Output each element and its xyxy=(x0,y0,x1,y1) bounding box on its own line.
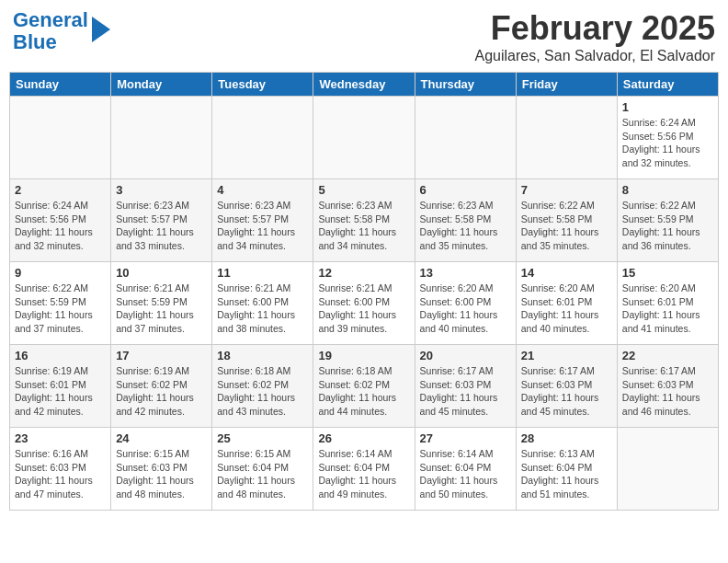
day-info: Sunrise: 6:23 AM Sunset: 5:58 PM Dayligh… xyxy=(420,199,511,253)
day-number: 18 xyxy=(217,349,308,362)
day-info: Sunrise: 6:21 AM Sunset: 6:00 PM Dayligh… xyxy=(217,282,308,336)
day-info: Sunrise: 6:19 AM Sunset: 6:02 PM Dayligh… xyxy=(116,364,207,419)
day-number: 22 xyxy=(622,349,713,362)
calendar-cell xyxy=(313,97,415,179)
day-info: Sunrise: 6:22 AM Sunset: 5:59 PM Dayligh… xyxy=(622,199,713,253)
day-number: 3 xyxy=(116,183,207,197)
day-info: Sunrise: 6:17 AM Sunset: 6:03 PM Dayligh… xyxy=(420,364,511,419)
month-title: February 2025 xyxy=(475,9,715,48)
calendar-cell: 7Sunrise: 6:22 AM Sunset: 5:58 PM Daylig… xyxy=(516,179,617,262)
calendar-cell: 27Sunrise: 6:14 AM Sunset: 6:04 PM Dayli… xyxy=(415,428,516,511)
day-info: Sunrise: 6:14 AM Sunset: 6:04 PM Dayligh… xyxy=(420,447,511,501)
page-header: GeneralBlue February 2025 Aguilares, San… xyxy=(9,9,719,64)
calendar-cell: 5Sunrise: 6:23 AM Sunset: 5:58 PM Daylig… xyxy=(313,179,415,262)
calendar-cell: 9Sunrise: 6:22 AM Sunset: 5:59 PM Daylig… xyxy=(10,262,111,345)
day-number: 25 xyxy=(217,431,308,445)
calendar-cell xyxy=(111,97,212,179)
day-info: Sunrise: 6:24 AM Sunset: 5:56 PM Dayligh… xyxy=(622,116,713,170)
calendar-cell: 22Sunrise: 6:17 AM Sunset: 6:03 PM Dayli… xyxy=(617,345,718,428)
calendar-cell: 20Sunrise: 6:17 AM Sunset: 6:03 PM Dayli… xyxy=(415,345,516,428)
calendar-cell: 11Sunrise: 6:21 AM Sunset: 6:00 PM Dayli… xyxy=(212,262,313,345)
day-number: 27 xyxy=(420,431,511,445)
day-number: 10 xyxy=(116,266,207,280)
day-number: 20 xyxy=(420,349,511,362)
day-number: 9 xyxy=(15,266,106,280)
day-number: 26 xyxy=(318,431,409,445)
logo-arrow-icon xyxy=(92,17,110,42)
day-header-saturday: Saturday xyxy=(617,73,718,97)
day-info: Sunrise: 6:20 AM Sunset: 6:01 PM Dayligh… xyxy=(521,282,612,336)
day-info: Sunrise: 6:22 AM Sunset: 5:59 PM Dayligh… xyxy=(15,282,106,336)
calendar-cell: 25Sunrise: 6:15 AM Sunset: 6:04 PM Dayli… xyxy=(212,428,313,511)
day-number: 15 xyxy=(622,266,713,280)
day-header-wednesday: Wednesday xyxy=(313,73,415,97)
day-number: 16 xyxy=(15,349,106,362)
day-header-monday: Monday xyxy=(111,73,212,97)
calendar-cell: 6Sunrise: 6:23 AM Sunset: 5:58 PM Daylig… xyxy=(415,179,516,262)
calendar-cell xyxy=(516,97,617,179)
day-number: 28 xyxy=(521,431,612,445)
calendar-cell: 26Sunrise: 6:14 AM Sunset: 6:04 PM Dayli… xyxy=(313,428,415,511)
calendar-cell: 15Sunrise: 6:20 AM Sunset: 6:01 PM Dayli… xyxy=(617,262,718,345)
day-number: 2 xyxy=(15,183,106,197)
calendar-cell: 18Sunrise: 6:18 AM Sunset: 6:02 PM Dayli… xyxy=(212,345,313,428)
day-number: 5 xyxy=(318,183,409,197)
calendar-cell: 28Sunrise: 6:13 AM Sunset: 6:04 PM Dayli… xyxy=(516,428,617,511)
logo: GeneralBlue xyxy=(13,9,110,53)
day-info: Sunrise: 6:20 AM Sunset: 6:01 PM Dayligh… xyxy=(622,282,713,336)
calendar-cell xyxy=(212,97,313,179)
calendar-cell: 13Sunrise: 6:20 AM Sunset: 6:00 PM Dayli… xyxy=(415,262,516,345)
day-info: Sunrise: 6:18 AM Sunset: 6:02 PM Dayligh… xyxy=(217,364,308,419)
day-info: Sunrise: 6:21 AM Sunset: 6:00 PM Dayligh… xyxy=(318,282,409,336)
day-header-tuesday: Tuesday xyxy=(212,73,313,97)
day-number: 24 xyxy=(116,431,207,445)
calendar-cell xyxy=(617,428,718,511)
calendar-cell: 17Sunrise: 6:19 AM Sunset: 6:02 PM Dayli… xyxy=(111,345,212,428)
day-number: 19 xyxy=(318,349,409,362)
day-number: 14 xyxy=(521,266,612,280)
day-number: 17 xyxy=(116,349,207,362)
calendar-cell: 24Sunrise: 6:15 AM Sunset: 6:03 PM Dayli… xyxy=(111,428,212,511)
day-number: 4 xyxy=(217,183,308,197)
calendar-cell: 3Sunrise: 6:23 AM Sunset: 5:57 PM Daylig… xyxy=(111,179,212,262)
day-number: 8 xyxy=(622,183,713,197)
calendar-cell: 2Sunrise: 6:24 AM Sunset: 5:56 PM Daylig… xyxy=(10,179,111,262)
day-info: Sunrise: 6:19 AM Sunset: 6:01 PM Dayligh… xyxy=(15,364,106,419)
calendar-cell: 4Sunrise: 6:23 AM Sunset: 5:57 PM Daylig… xyxy=(212,179,313,262)
day-info: Sunrise: 6:15 AM Sunset: 6:04 PM Dayligh… xyxy=(217,447,308,501)
calendar-week-2: 2Sunrise: 6:24 AM Sunset: 5:56 PM Daylig… xyxy=(10,179,719,262)
day-info: Sunrise: 6:20 AM Sunset: 6:00 PM Dayligh… xyxy=(420,282,511,336)
day-info: Sunrise: 6:15 AM Sunset: 6:03 PM Dayligh… xyxy=(116,447,207,501)
calendar-cell: 8Sunrise: 6:22 AM Sunset: 5:59 PM Daylig… xyxy=(617,179,718,262)
calendar-header-row: SundayMondayTuesdayWednesdayThursdayFrid… xyxy=(10,73,719,97)
calendar-cell xyxy=(10,97,111,179)
calendar-week-5: 23Sunrise: 6:16 AM Sunset: 6:03 PM Dayli… xyxy=(10,428,719,511)
title-block: February 2025 Aguilares, San Salvador, E… xyxy=(475,9,715,64)
calendar-table: SundayMondayTuesdayWednesdayThursdayFrid… xyxy=(9,72,719,511)
day-info: Sunrise: 6:18 AM Sunset: 6:02 PM Dayligh… xyxy=(318,364,409,419)
day-info: Sunrise: 6:23 AM Sunset: 5:57 PM Dayligh… xyxy=(116,199,207,253)
day-number: 13 xyxy=(420,266,511,280)
day-number: 21 xyxy=(521,349,612,362)
day-info: Sunrise: 6:17 AM Sunset: 6:03 PM Dayligh… xyxy=(622,364,713,419)
day-number: 7 xyxy=(521,183,612,197)
calendar-cell xyxy=(415,97,516,179)
calendar-cell: 1Sunrise: 6:24 AM Sunset: 5:56 PM Daylig… xyxy=(617,97,718,179)
calendar-cell: 16Sunrise: 6:19 AM Sunset: 6:01 PM Dayli… xyxy=(10,345,111,428)
logo-text: GeneralBlue xyxy=(13,9,88,53)
day-info: Sunrise: 6:14 AM Sunset: 6:04 PM Dayligh… xyxy=(318,447,409,501)
day-header-thursday: Thursday xyxy=(415,73,516,97)
day-number: 23 xyxy=(15,431,106,445)
day-info: Sunrise: 6:17 AM Sunset: 6:03 PM Dayligh… xyxy=(521,364,612,419)
calendar-cell: 19Sunrise: 6:18 AM Sunset: 6:02 PM Dayli… xyxy=(313,345,415,428)
calendar-week-4: 16Sunrise: 6:19 AM Sunset: 6:01 PM Dayli… xyxy=(10,345,719,428)
day-number: 12 xyxy=(318,266,409,280)
day-number: 1 xyxy=(622,100,713,114)
calendar-cell: 12Sunrise: 6:21 AM Sunset: 6:00 PM Dayli… xyxy=(313,262,415,345)
day-number: 11 xyxy=(217,266,308,280)
day-info: Sunrise: 6:23 AM Sunset: 5:58 PM Dayligh… xyxy=(318,199,409,253)
day-info: Sunrise: 6:23 AM Sunset: 5:57 PM Dayligh… xyxy=(217,199,308,253)
day-info: Sunrise: 6:16 AM Sunset: 6:03 PM Dayligh… xyxy=(15,447,106,501)
calendar-cell: 10Sunrise: 6:21 AM Sunset: 5:59 PM Dayli… xyxy=(111,262,212,345)
day-header-friday: Friday xyxy=(516,73,617,97)
